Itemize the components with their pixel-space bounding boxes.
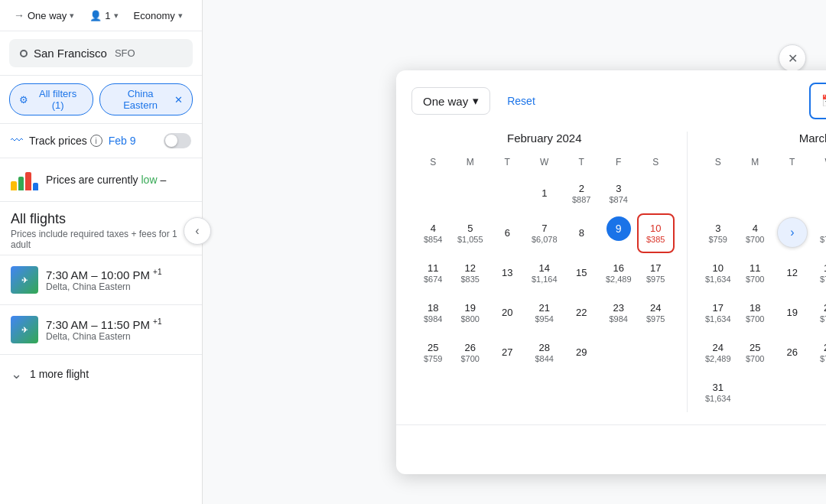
flight-card-1[interactable]: ✈ 7:30 AM – 10:00 PM +1 Delta, China Eas…: [0, 255, 202, 304]
day-cell[interactable]: 19: [774, 293, 811, 333]
day-cell[interactable]: 29: [563, 333, 600, 372]
day-cell[interactable]: 11$700: [737, 253, 774, 293]
airline-filter-button[interactable]: China Eastern ✕: [99, 83, 193, 115]
day-number: 19: [465, 302, 476, 315]
day-cell[interactable]: 5$1,055: [452, 213, 489, 253]
sliders-icon: ⚙: [19, 94, 28, 106]
day-cell[interactable]: 26$700: [452, 333, 489, 372]
cabin-class-selector[interactable]: Economy ▾: [129, 7, 187, 24]
day-cell: [737, 174, 774, 213]
day-cell[interactable]: 24$2,489: [700, 333, 737, 372]
day-cell[interactable]: 6$709: [811, 213, 826, 253]
day-price: $984: [610, 314, 628, 324]
flight-card-2[interactable]: ✈ 7:30 AM – 11:50 PM +1 Delta, China Eas…: [0, 304, 202, 354]
day-price: $874: [610, 195, 628, 204]
day-header: T: [489, 154, 526, 174]
march-grid: SMTWTFS1$7592$7593$7594$70056$70978$1,06…: [700, 154, 827, 412]
day-price: $1,634: [705, 314, 731, 324]
day-number: 17: [650, 262, 661, 275]
trip-type-selector[interactable]: → One way ▾: [9, 6, 79, 24]
day-cell[interactable]: 15: [563, 253, 600, 293]
day-cell[interactable]: 24$975: [637, 293, 675, 333]
day-price: $835: [461, 275, 480, 284]
chevron-down-icon-3: ▾: [178, 11, 183, 21]
day-cell[interactable]: 14$1,164: [526, 253, 564, 293]
passengers-selector[interactable]: 👤 1 ▾: [85, 7, 122, 24]
day-cell[interactable]: 11$674: [415, 253, 452, 293]
day-cell[interactable]: 27: [489, 333, 526, 372]
day-cell[interactable]: 31$1,634: [700, 372, 737, 412]
day-cell[interactable]: 20$709: [811, 293, 826, 333]
day-cell[interactable]: 6: [489, 213, 526, 253]
all-filters-button[interactable]: ⚙ All filters (1): [9, 83, 93, 115]
day-cell[interactable]: 28$844: [526, 333, 564, 372]
day-price: $709: [820, 314, 826, 324]
february-title: February 2024: [415, 132, 675, 145]
day-cell[interactable]: 25$759: [415, 333, 452, 372]
close-icon: ✕: [174, 94, 183, 106]
date-field[interactable]: 📅 Fri, Feb 9 ‹ ›: [809, 83, 826, 119]
day-cell[interactable]: 26: [774, 333, 811, 372]
day-price: $954: [535, 314, 554, 324]
day-header: S: [637, 154, 675, 174]
all-flights-title: All flights: [11, 211, 191, 227]
day-cell[interactable]: 2$887: [563, 174, 600, 213]
day-cell[interactable]: 25$700: [737, 333, 774, 372]
day-cell[interactable]: 18$984: [415, 293, 452, 333]
calendar-divider: [687, 132, 688, 412]
february-calendar: February 2024 SMTWTFS12$8873$8744$8545$1…: [415, 132, 675, 412]
day-cell[interactable]: 17$975: [637, 253, 675, 293]
day-cell[interactable]: 7$6,078: [526, 213, 564, 253]
info-icon[interactable]: i: [90, 135, 102, 147]
calendar-next-button[interactable]: ›: [777, 217, 808, 248]
day-cell[interactable]: 16$2,489: [600, 253, 638, 293]
day-cell[interactable]: 10$385: [637, 213, 675, 253]
filters-row: ⚙ All filters (1) China Eastern ✕: [0, 76, 202, 124]
passengers-label: 1: [105, 10, 110, 21]
day-cell: [452, 174, 489, 213]
day-cell[interactable]: 12: [774, 253, 811, 293]
day-price: $1,634: [705, 275, 731, 284]
left-panel: → One way ▾ 👤 1 ▾ Economy ▾ San Francisc…: [0, 0, 203, 504]
day-cell[interactable]: 4$700: [737, 213, 774, 253]
price-chart-icon: [11, 169, 38, 190]
day-price: $700: [461, 354, 480, 363]
day-cell[interactable]: 19$800: [452, 293, 489, 333]
origin-field[interactable]: San Francisco SFO: [9, 39, 193, 67]
day-cell[interactable]: 8: [563, 213, 600, 253]
day-cell[interactable]: 13: [489, 253, 526, 293]
track-prices-toggle[interactable]: [164, 133, 191, 148]
day-cell[interactable]: 1: [526, 174, 564, 213]
price-banner: Prices are currently low –: [0, 158, 202, 202]
day-price: $759: [709, 235, 727, 244]
day-cell[interactable]: 10$1,634: [700, 253, 737, 293]
day-cell[interactable]: 3$874: [600, 174, 638, 213]
day-cell[interactable]: 21$954: [526, 293, 564, 333]
day-cell[interactable]: 17$1,634: [700, 293, 737, 333]
more-flights-row[interactable]: ⌄ 1 more flight: [0, 354, 202, 393]
day-cell[interactable]: 27$709: [811, 333, 826, 372]
day-header: T: [563, 154, 600, 174]
day-cell[interactable]: 18$700: [737, 293, 774, 333]
day-cell[interactable]: 3$759: [700, 213, 737, 253]
day-number: 5: [467, 223, 473, 236]
reset-button[interactable]: Reset: [507, 95, 535, 107]
calendar-icon: 📅: [821, 94, 826, 108]
airline-logo-2: ✈: [11, 316, 38, 343]
day-price: $800: [461, 314, 480, 324]
day-cell[interactable]: 4$854: [415, 213, 452, 253]
day-cell[interactable]: 23$984: [600, 293, 638, 333]
track-prices-label: Track prices i: [29, 135, 102, 147]
day-number: 25: [428, 342, 438, 355]
calendar-trip-type[interactable]: One way ▾: [411, 87, 490, 115]
day-number: 18: [750, 302, 760, 315]
day-number: 21: [539, 302, 550, 315]
day-cell[interactable]: 20: [489, 293, 526, 333]
day-cell[interactable]: 13$709: [811, 253, 826, 293]
day-cell[interactable]: 22: [563, 293, 600, 333]
day-cell[interactable]: 12$835: [452, 253, 489, 293]
march-title: March 2024: [700, 132, 827, 145]
close-calendar-button[interactable]: ✕: [779, 44, 806, 72]
calendar-prev-button[interactable]: ‹: [184, 217, 211, 245]
day-cell[interactable]: 9$674: [600, 213, 638, 253]
